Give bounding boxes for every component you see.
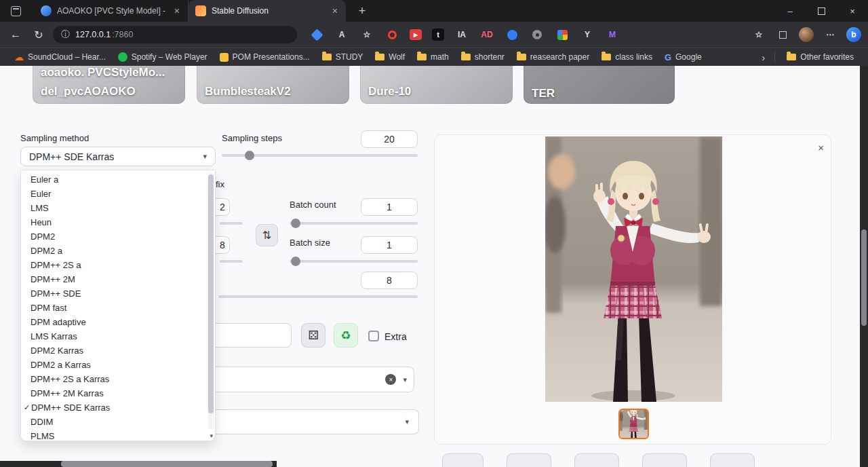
sampler-option-heun[interactable]: Heun: [21, 215, 215, 229]
profile-avatar[interactable]: [799, 27, 814, 42]
bookmark-folder-shortenr[interactable]: shortenr: [455, 50, 511, 64]
styles-dropdown-partial[interactable]: × ▾: [216, 367, 414, 392]
back-button[interactable]: ←: [7, 29, 24, 41]
maximize-button[interactable]: [806, 0, 837, 22]
site-info-icon[interactable]: ⓘ: [61, 29, 70, 41]
script-dropdown-partial[interactable]: ▾: [216, 409, 419, 434]
bookmark-folder-wolf[interactable]: Wolf: [369, 50, 411, 64]
sampler-option-dpm2[interactable]: DPM2: [21, 229, 215, 244]
sampler-option-dpm2-karras[interactable]: DPM2 Karras: [21, 343, 215, 358]
copilot-icon[interactable]: b: [846, 27, 861, 42]
vertical-scrollbar-thumb[interactable]: [861, 229, 867, 326]
width-input-partial[interactable]: 2: [216, 198, 230, 216]
ia-extension-icon[interactable]: IA: [454, 27, 469, 42]
model-card-del-pvcaoaoko[interactable]: aoaoko. PVCStyleMo... del_pvcAOAOKO: [33, 66, 185, 104]
swap-dimensions-button[interactable]: ⇅: [256, 224, 278, 246]
batch-count-slider[interactable]: [290, 222, 418, 225]
sampler-option-dpm-adaptive[interactable]: DPM adaptive: [21, 315, 215, 329]
sampler-option-dpmpp-2s-a-karras[interactable]: DPM++ 2S a Karras: [21, 372, 215, 386]
batch-size-slider[interactable]: [290, 260, 418, 263]
gallery-action-button-1[interactable]: [442, 453, 484, 467]
refresh-button[interactable]: ↻: [30, 29, 47, 41]
puzzle-extension-icon[interactable]: [555, 27, 570, 42]
adguard-extension-icon[interactable]: AD: [479, 27, 494, 42]
address-bar[interactable]: ⓘ 127.0.0.1:7860: [53, 26, 297, 43]
sampler-option-dpm-fast[interactable]: DPM fast: [21, 301, 215, 315]
tag-extension-icon[interactable]: [309, 27, 324, 42]
slider-handle[interactable]: [291, 257, 300, 266]
sampler-option-dpmpp-2s-a[interactable]: DPM++ 2S a: [21, 258, 215, 272]
sampler-option-dpmpp-2m[interactable]: DPM++ 2M: [21, 272, 215, 286]
add-favorite-icon[interactable]: ☆: [359, 27, 374, 42]
extra-seed-checkbox[interactable]: [368, 331, 379, 341]
bookmark-pom[interactable]: POM Presentations...: [214, 50, 316, 64]
new-tab-button[interactable]: +: [354, 4, 370, 18]
tab-actions-button[interactable]: [5, 0, 26, 22]
video-extension-icon[interactable]: ▶: [410, 29, 422, 40]
batch-count-input[interactable]: 1: [361, 198, 418, 216]
collections-icon[interactable]: [775, 27, 790, 42]
bookmark-folder-math[interactable]: math: [411, 50, 455, 64]
width-slider-partial[interactable]: [220, 222, 243, 225]
sampler-option-lms-karras[interactable]: LMS Karras: [21, 329, 215, 343]
sampler-option-lms[interactable]: LMS: [21, 201, 215, 215]
bookmark-folder-class-links[interactable]: class links: [595, 50, 658, 64]
menu-scrollbar-thumb[interactable]: [208, 174, 214, 413]
settings-more-icon[interactable]: ⋯: [823, 27, 837, 42]
m-extension-icon[interactable]: M: [605, 27, 620, 42]
gallery-action-button-4[interactable]: [642, 453, 687, 467]
sampler-option-plms[interactable]: PLMS: [21, 429, 215, 443]
gallery-action-button-2[interactable]: [507, 453, 551, 467]
sampler-option-euler[interactable]: Euler: [21, 187, 215, 201]
slider-handle[interactable]: [291, 219, 300, 228]
bookmark-soundcloud[interactable]: ☁SoundCloud – Hear...: [8, 50, 112, 64]
close-gallery-icon[interactable]: ×: [818, 142, 824, 153]
reuse-seed-button[interactable]: ♻: [334, 323, 358, 348]
gallery-action-button-5[interactable]: [710, 453, 755, 467]
height-slider-partial[interactable]: [220, 260, 243, 263]
sampler-option-dpmpp-2m-karras[interactable]: DPM++ 2M Karras: [21, 386, 215, 400]
clear-styles-icon[interactable]: ×: [385, 374, 396, 385]
browser-tab-civitai[interactable]: AOAOKO [PVC Style Model] - PV... ×: [34, 0, 189, 22]
close-window-button[interactable]: ×: [837, 0, 868, 22]
sampler-option-dpm2-a-karras[interactable]: DPM2 a Karras: [21, 358, 215, 372]
vertical-scrollbar[interactable]: [860, 66, 868, 467]
sampler-option-dpm2-a[interactable]: DPM2 a: [21, 244, 215, 258]
height-input-partial[interactable]: 8: [216, 236, 230, 254]
sampler-option-euler-a[interactable]: Euler a: [21, 172, 215, 187]
model-card-dure-10[interactable]: Dure-10: [360, 66, 513, 104]
tab-close-icon[interactable]: ×: [331, 5, 339, 16]
horizontal-scrollbar-thumb[interactable]: [61, 461, 273, 467]
random-seed-button[interactable]: ⚄: [301, 323, 326, 348]
y-extension-icon[interactable]: Y: [580, 27, 595, 42]
cfg-scale-slider[interactable]: [218, 295, 418, 298]
favorites-hub-icon[interactable]: ☆: [751, 27, 766, 42]
t-extension-icon[interactable]: t: [432, 29, 444, 41]
sampling-steps-slider[interactable]: [222, 154, 418, 157]
bookmark-folder-reasearch-paper[interactable]: reasearch paper: [511, 50, 595, 64]
browser-tab-stable-diffusion[interactable]: Stable Diffusion ×: [189, 0, 346, 22]
sampling-steps-input[interactable]: 20: [361, 130, 418, 148]
minimize-button[interactable]: –: [774, 0, 806, 22]
model-card-ter[interactable]: TER: [524, 66, 675, 104]
bookmark-spotify[interactable]: Spotify – Web Player: [112, 50, 214, 64]
menu-scroll-down-icon[interactable]: ▾: [210, 432, 213, 439]
sampler-option-dpmpp-sde-karras[interactable]: ✓ DPM++ SDE Karras: [21, 400, 215, 415]
sampler-option-ddim[interactable]: DDIM: [21, 415, 215, 429]
blue-extension-icon[interactable]: [505, 27, 519, 42]
gallery-action-button-3[interactable]: [574, 453, 619, 467]
bookmark-folder-study[interactable]: STUDY: [316, 50, 370, 64]
generated-image[interactable]: [545, 136, 722, 402]
model-card-bumblesteakv2[interactable]: BumblesteakV2: [197, 66, 349, 104]
bookmark-google[interactable]: GGoogle: [658, 50, 708, 64]
read-aloud-icon[interactable]: A: [334, 27, 349, 42]
other-favorites-button[interactable]: Other favorites: [781, 50, 860, 64]
seed-input-partial[interactable]: [216, 323, 292, 348]
sampling-method-dropdown[interactable]: DPM++ SDE Karras ▾: [20, 147, 216, 166]
tab-close-icon[interactable]: ×: [173, 5, 181, 16]
gallery-thumbnail-selected[interactable]: [618, 409, 649, 439]
bookmarks-overflow-chevron[interactable]: ›: [757, 52, 769, 63]
sampler-option-dpmpp-sde[interactable]: DPM++ SDE: [21, 286, 215, 301]
location-extension-icon[interactable]: [530, 27, 545, 42]
menu-scrollbar[interactable]: [208, 173, 214, 430]
